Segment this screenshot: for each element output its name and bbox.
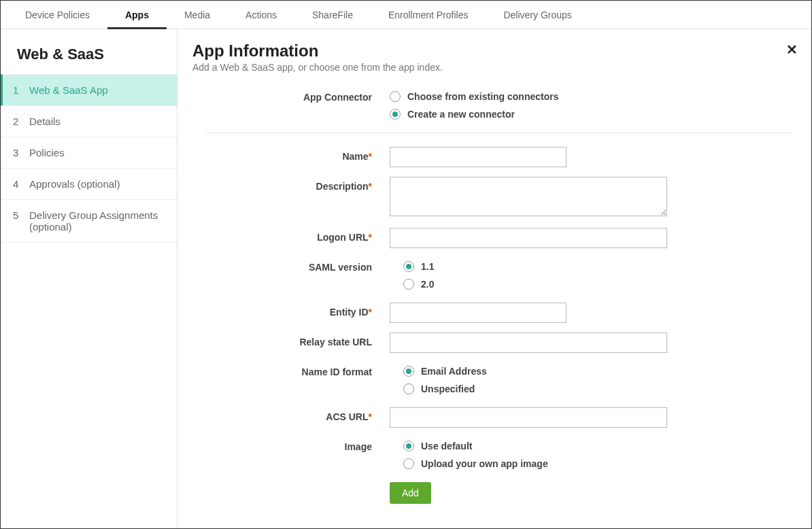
divider: [206, 133, 792, 133]
radio-icon: [390, 109, 401, 120]
radio-icon: [390, 91, 401, 102]
sidebar: Web & SaaS 1 Web & SaaS App 2 Details 3 …: [1, 29, 177, 528]
row-entity-id: Entity ID*: [206, 303, 792, 323]
row-add: Add: [206, 482, 792, 504]
tab-apps[interactable]: Apps: [107, 1, 167, 29]
tab-sharefile[interactable]: ShareFile: [294, 1, 371, 29]
tab-device-policies[interactable]: Device Policies: [7, 1, 107, 29]
row-acs-url: ACS URL*: [206, 407, 792, 428]
tab-delivery-groups[interactable]: Delivery Groups: [486, 1, 589, 29]
row-logon-url: Logon URL*: [206, 228, 792, 248]
page-subtitle: Add a Web & SaaS app, or choose one from…: [192, 62, 792, 73]
row-relay-state-url: Relay state URL: [206, 332, 792, 353]
radio-icon: [403, 383, 414, 394]
radio-existing-connectors[interactable]: Choose from existing connectors: [390, 88, 792, 105]
label-image: Image: [206, 437, 390, 473]
tab-media[interactable]: Media: [167, 1, 228, 29]
step-details[interactable]: 2 Details: [1, 105, 177, 137]
radio-upload-image[interactable]: Upload your own app image: [403, 455, 792, 473]
radio-new-connector[interactable]: Create a new connector: [390, 105, 792, 123]
close-icon[interactable]: ✕: [786, 41, 798, 58]
radio-label: Email Address: [421, 366, 487, 377]
acs-url-input[interactable]: [390, 407, 667, 428]
row-saml-version: SAML version 1.1 2.0: [206, 258, 792, 293]
step-label: Policies: [29, 147, 65, 158]
radio-label: 2.0: [421, 279, 434, 290]
radio-label: Use default: [421, 441, 472, 451]
row-description: Description*: [206, 177, 792, 218]
tab-enrollment-profiles[interactable]: Enrollment Profiles: [371, 1, 486, 29]
step-label: Details: [29, 116, 61, 127]
description-input[interactable]: [390, 177, 667, 216]
body: Web & SaaS 1 Web & SaaS App 2 Details 3 …: [1, 29, 811, 528]
step-num: 5: [13, 209, 22, 233]
step-web-saas-app[interactable]: 1 Web & SaaS App: [1, 74, 177, 105]
label-relay-state-url: Relay state URL: [206, 332, 390, 353]
radio-icon: [403, 261, 414, 272]
radio-label: Upload your own app image: [421, 458, 548, 469]
label-acs-url: ACS URL*: [206, 407, 390, 428]
label-entity-id: Entity ID*: [206, 303, 390, 323]
step-delivery-groups[interactable]: 5 Delivery Group Assignments (optional): [1, 199, 177, 243]
label-description: Description*: [206, 177, 390, 218]
radio-label: 1.1: [421, 261, 434, 272]
label-logon-url: Logon URL*: [206, 228, 390, 248]
radio-label: Choose from existing connectors: [407, 91, 558, 102]
step-label: Web & SaaS App: [29, 84, 108, 96]
content: ✕ App Information Add a Web & SaaS app, …: [177, 29, 811, 528]
radio-label: Create a new connector: [407, 109, 515, 120]
label-name-id-format: Name ID format: [206, 362, 390, 398]
step-num: 3: [13, 147, 22, 158]
tab-actions[interactable]: Actions: [228, 1, 294, 29]
radio-icon: [403, 458, 414, 469]
page-title: App Information: [192, 41, 792, 61]
top-tabs: Device Policies Apps Media Actions Share…: [1, 1, 811, 29]
radio-label: Unspecified: [421, 383, 475, 394]
radio-unspecified[interactable]: Unspecified: [403, 380, 792, 398]
app-window: Device Policies Apps Media Actions Share…: [0, 0, 812, 529]
row-name: Name*: [206, 147, 792, 167]
row-app-connector: App Connector Choose from existing conne…: [206, 88, 792, 123]
row-name-id-format: Name ID format Email Address Unspecified: [206, 362, 792, 398]
logon-url-input[interactable]: [390, 228, 667, 248]
radio-email-address[interactable]: Email Address: [403, 362, 792, 380]
name-input[interactable]: [390, 147, 566, 167]
step-label: Approvals (optional): [29, 178, 120, 190]
radio-icon: [403, 366, 414, 377]
step-num: 2: [13, 116, 22, 127]
step-policies[interactable]: 3 Policies: [1, 137, 177, 168]
step-num: 4: [13, 178, 22, 190]
step-approvals[interactable]: 4 Approvals (optional): [1, 168, 177, 199]
step-label: Delivery Group Assignments (optional): [29, 209, 165, 233]
radio-saml-11[interactable]: 1.1: [403, 258, 792, 275]
radio-use-default[interactable]: Use default: [403, 437, 792, 455]
relay-state-url-input[interactable]: [390, 332, 667, 353]
step-num: 1: [13, 84, 22, 96]
sidebar-title: Web & SaaS: [1, 40, 177, 74]
entity-id-input[interactable]: [390, 303, 566, 323]
radio-icon: [403, 279, 414, 290]
label-name: Name*: [206, 147, 390, 167]
form: App Connector Choose from existing conne…: [206, 88, 792, 504]
radio-icon: [403, 441, 414, 451]
add-button[interactable]: Add: [390, 482, 431, 504]
radio-saml-20[interactable]: 2.0: [403, 275, 792, 293]
row-image: Image Use default Upload your own app im…: [206, 437, 792, 473]
label-saml-version: SAML version: [206, 258, 390, 293]
label-app-connector: App Connector: [206, 88, 390, 123]
